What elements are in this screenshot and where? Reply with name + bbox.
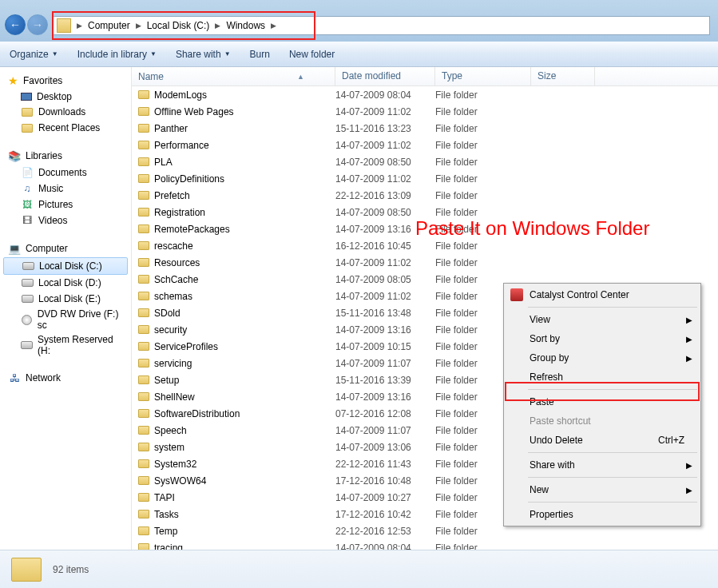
sidebar-item-music[interactable]: ♫Music xyxy=(0,181,131,197)
file-type: File folder xyxy=(435,123,531,134)
file-row[interactable]: Panther15-11-2016 13:23File folder xyxy=(132,120,718,137)
chevron-right-icon[interactable]: ▶ xyxy=(133,22,144,30)
file-name: Registration xyxy=(154,207,205,218)
chevron-right-icon[interactable]: ▶ xyxy=(268,22,279,30)
include-library-button[interactable]: Include in library▼ xyxy=(77,49,157,60)
sidebar-item-documents[interactable]: 📄Documents xyxy=(0,165,131,181)
chevron-right-icon[interactable]: ▶ xyxy=(212,22,223,30)
ctx-sortby[interactable]: Sort by▶ xyxy=(506,329,699,348)
sidebar-item-local-disk-e[interactable]: Local Disk (E:) xyxy=(0,291,131,307)
file-date: 14-07-2009 08:50 xyxy=(335,157,435,168)
sidebar-item-downloads[interactable]: Downloads xyxy=(0,104,131,120)
sidebar-favorites-header[interactable]: ★Favorites xyxy=(0,72,131,89)
share-with-button[interactable]: Share with▼ xyxy=(176,49,231,60)
column-type[interactable]: Type xyxy=(435,67,531,85)
file-date: 14-07-2009 11:02 xyxy=(335,291,435,302)
documents-icon: 📄 xyxy=(21,166,34,179)
burn-button[interactable]: Burn xyxy=(250,49,270,60)
file-name: security xyxy=(154,324,187,336)
column-size[interactable]: Size xyxy=(531,67,595,85)
ctx-properties[interactable]: Properties xyxy=(506,505,699,524)
file-name: servicing xyxy=(154,358,192,369)
file-row[interactable]: Offline Web Pages14-07-2009 11:02File fo… xyxy=(132,103,718,120)
file-date: 22-12-2016 13:09 xyxy=(335,190,435,201)
file-row[interactable]: Prefetch22-12-2016 13:09File folder xyxy=(132,187,718,204)
sidebar-item-videos[interactable]: 🎞Videos xyxy=(0,213,131,228)
breadcrumb-localdisk[interactable]: Local Disk (C:) xyxy=(144,17,213,34)
file-date: 14-07-2009 13:16 xyxy=(335,324,435,336)
ctx-new[interactable]: New▶ xyxy=(506,480,699,499)
folder-icon xyxy=(138,258,149,267)
sidebar-item-pictures[interactable]: 🖼Pictures xyxy=(0,197,131,213)
file-date: 14-07-2009 13:06 xyxy=(335,442,435,453)
file-row[interactable]: Performance14-07-2009 11:02File folder xyxy=(132,137,718,153)
file-date: 16-12-2016 10:45 xyxy=(335,240,435,252)
folder-icon xyxy=(138,510,149,518)
status-item-count: 92 items xyxy=(53,564,89,575)
ctx-paste[interactable]: Paste xyxy=(506,392,699,411)
file-row[interactable]: RemotePackages14-07-2009 13:16File folde… xyxy=(132,220,718,237)
folder-icon xyxy=(138,241,149,250)
breadcrumb-computer[interactable]: Computer xyxy=(85,17,133,34)
column-name[interactable]: Name▲ xyxy=(132,67,335,85)
file-date: 07-12-2016 12:08 xyxy=(335,408,435,419)
dvd-icon xyxy=(21,313,33,326)
file-row[interactable]: Registration14-07-2009 08:50File folder xyxy=(132,204,718,220)
sidebar-computer-header[interactable]: 💻Computer xyxy=(0,240,131,257)
sidebar-computer-group: 💻Computer Local Disk (C:) Local Disk (D:… xyxy=(0,240,131,358)
sidebar-item-dvd-drive[interactable]: DVD RW Drive (F:) sc xyxy=(0,307,131,332)
file-name: Panther xyxy=(154,123,188,134)
ctx-undo-delete[interactable]: Undo DeleteCtrl+Z xyxy=(506,431,699,450)
chevron-right-icon: ▶ xyxy=(686,486,692,495)
file-row[interactable]: PLA14-07-2009 08:50File folder xyxy=(132,153,718,170)
file-date: 15-11-2016 13:23 xyxy=(335,123,435,134)
chevron-right-icon[interactable]: ▶ xyxy=(74,22,85,30)
ctx-separator xyxy=(528,307,697,308)
ctx-refresh[interactable]: Refresh xyxy=(506,368,699,387)
new-folder-button[interactable]: New folder xyxy=(289,49,335,60)
chevron-down-icon: ▼ xyxy=(150,50,157,58)
file-row[interactable]: rescache16-12-2016 10:45File folder xyxy=(132,237,718,254)
sidebar-network-header[interactable]: 🖧Network xyxy=(0,369,131,387)
forward-button[interactable]: → xyxy=(27,14,48,35)
file-date: 14-07-2009 11:02 xyxy=(335,140,435,151)
ctx-view[interactable]: View▶ xyxy=(506,310,699,329)
column-date[interactable]: Date modified xyxy=(335,67,435,85)
music-icon: ♫ xyxy=(21,182,34,195)
ctx-share-with[interactable]: Share with▶ xyxy=(506,455,699,475)
status-bar: 92 items xyxy=(0,550,718,588)
file-row[interactable]: Resources14-07-2009 11:02File folder xyxy=(132,254,718,271)
file-type: File folder xyxy=(435,526,531,537)
file-name: ShellNew xyxy=(154,391,195,403)
file-row[interactable]: ModemLogs14-07-2009 08:04File folder xyxy=(132,86,718,103)
file-type: File folder xyxy=(435,257,531,268)
context-menu: Catalyst Control Center View▶ Sort by▶ G… xyxy=(503,283,701,526)
organize-button[interactable]: Organize▼ xyxy=(10,49,58,60)
ctx-catalyst[interactable]: Catalyst Control Center xyxy=(506,285,699,304)
file-row[interactable]: tracing14-07-2009 08:04File folder xyxy=(132,539,718,550)
sidebar-libraries-header[interactable]: 📚Libraries xyxy=(0,147,131,165)
sidebar-item-local-disk-d[interactable]: Local Disk (D:) xyxy=(0,275,131,291)
drive-icon xyxy=(22,260,34,272)
back-button[interactable]: ← xyxy=(5,14,26,35)
folder-icon xyxy=(138,141,149,149)
file-row[interactable]: PolicyDefinitions14-07-2009 11:02File fo… xyxy=(132,170,718,187)
file-date: 14-07-2009 08:04 xyxy=(335,542,435,550)
videos-icon: 🎞 xyxy=(21,214,34,227)
sidebar-item-local-disk-c[interactable]: Local Disk (C:) xyxy=(3,257,128,275)
column-headers: Name▲ Date modified Type Size xyxy=(132,67,718,86)
address-bar[interactable]: ▶ Computer ▶ Local Disk (C:) ▶ Windows ▶ xyxy=(53,16,710,35)
breadcrumb-windows[interactable]: Windows xyxy=(223,17,268,34)
folder-icon xyxy=(138,543,149,550)
ctx-groupby[interactable]: Group by▶ xyxy=(506,348,699,368)
ctx-separator xyxy=(528,477,697,478)
sidebar-item-system-reserved[interactable]: System Reserved (H: xyxy=(0,332,131,358)
file-date: 14-07-2009 13:16 xyxy=(335,391,435,403)
sidebar-item-desktop[interactable]: Desktop xyxy=(0,89,131,104)
folder-icon xyxy=(138,191,149,200)
folder-large-icon xyxy=(11,558,42,582)
file-name: schemas xyxy=(154,291,192,302)
desktop-icon xyxy=(21,93,32,101)
folder-icon xyxy=(138,409,149,418)
sidebar-item-recent-places[interactable]: Recent Places xyxy=(0,120,131,136)
